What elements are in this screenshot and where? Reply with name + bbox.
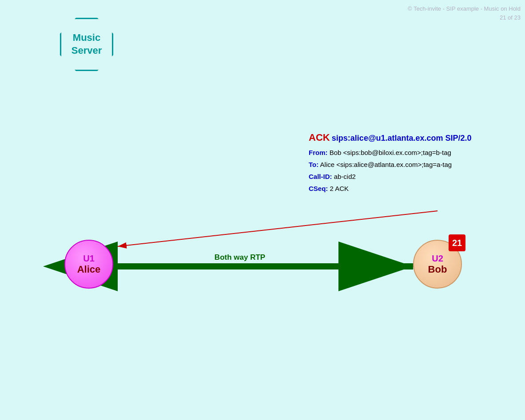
sip-method: ACK — [309, 132, 330, 143]
sip-from-value: Bob <sips:bob@biloxi.ex.com>;tag=b-tag — [330, 149, 451, 156]
alice-node: U1 Alice — [64, 240, 113, 289]
sip-from-label: From: — [309, 149, 328, 156]
sip-uri: sips:alice@u1.atlanta.ex.com SIP/2.0 — [332, 134, 472, 143]
step-badge: 21 — [449, 234, 465, 251]
sip-request-line: ACK sips:alice@u1.atlanta.ex.com SIP/2.0 — [309, 129, 472, 147]
bob-label-top: U2 — [432, 254, 443, 264]
music-server-label: Music Server — [72, 32, 102, 57]
sip-callid-line: Call-ID: ab-cid2 — [309, 170, 472, 182]
sip-callid-label: Call-ID: — [309, 173, 332, 180]
sip-to-label: To: — [309, 161, 318, 168]
sip-to-line: To: Alice <sips:alice@atlanta.ex.com>;ta… — [309, 158, 472, 170]
alice-label-bottom: Alice — [77, 264, 101, 275]
alice-label-top: U1 — [83, 254, 95, 264]
ack-arrow-line — [118, 211, 438, 246]
music-server-octagon: Music Server — [60, 18, 113, 71]
sip-message-panel: ACK sips:alice@u1.atlanta.ex.com SIP/2.0… — [309, 129, 472, 194]
sip-to-value: Alice <sips:alice@atlanta.ex.com>;tag=a-… — [320, 161, 452, 168]
watermark: © Tech-invite - SIP example - Music on H… — [408, 4, 521, 22]
sip-from-line: From: Bob <sips:bob@biloxi.ex.com>;tag=b… — [309, 147, 472, 158]
bob-label-bottom: Bob — [428, 264, 447, 275]
sip-callid-value: ab-cid2 — [334, 173, 356, 180]
watermark-line2: 21 of 23 — [408, 13, 521, 22]
music-server-node: Music Server — [60, 18, 113, 71]
sip-cseq-line: CSeq: 2 ACK — [309, 182, 472, 194]
rtp-label: Both way RTP — [215, 253, 265, 262]
sip-cseq-label: CSeq: — [309, 185, 328, 192]
sip-cseq-value: 2 ACK — [330, 185, 349, 192]
watermark-line1: © Tech-invite - SIP example - Music on H… — [408, 4, 521, 13]
